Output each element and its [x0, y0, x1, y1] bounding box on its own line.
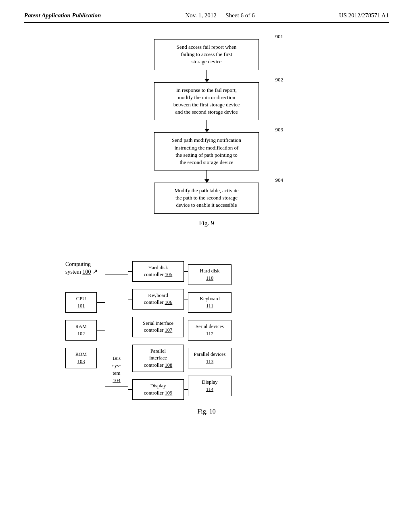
- kb-ctrl-row: Keyboardcontroller 106: [128, 289, 188, 310]
- page: Patent Application Publication Nov. 1, 2…: [0, 0, 413, 532]
- flow-arrow-3: [206, 170, 207, 183]
- ram-block: RAM 102: [65, 320, 97, 341]
- flow-step-903: Send path modifying notificationinstruct…: [154, 132, 259, 170]
- ram-row: RAM 102: [65, 320, 105, 341]
- display-block: Display114: [188, 376, 232, 396]
- flow-box-902: In response to the fail report,modify th…: [154, 82, 259, 121]
- keyboard-block: Keyboard111: [188, 292, 232, 313]
- parallel-ctrl-block: Parallelinterfacecontroller 108: [132, 345, 184, 372]
- computing-label: Computing: [65, 261, 91, 267]
- hdd-ctrl-left-conn: [128, 271, 132, 272]
- system-id: system 100: [65, 269, 91, 275]
- display-ctrl-label: Displaycontroller 109: [137, 382, 179, 397]
- rom-row: ROM 103: [65, 348, 105, 368]
- cpu-block: CPU 101: [65, 292, 97, 313]
- kb-ctrl-block: Keyboardcontroller 106: [132, 289, 184, 310]
- flow-step-904: Modify the path table, activatethe path …: [154, 183, 259, 214]
- display-ctrl-right-conn: [184, 389, 188, 390]
- kb-ctrl-right-conn: [184, 299, 188, 299]
- fig9-flowchart: Send access fail report whenfailing to a…: [154, 39, 259, 214]
- kb-ctrl-label: Keyboardcontroller 106: [137, 292, 179, 306]
- parallel-ctrl-right-conn: [184, 358, 188, 358]
- flow-arrow-1: [206, 70, 207, 82]
- parallel-ctrl-left-conn: [128, 358, 132, 358]
- serial-ctrl-row: Serial interfacecontroller 107: [128, 317, 188, 337]
- fig9-container: Send access fail report whenfailing to a…: [24, 39, 389, 239]
- fig10-diagram: CPU 101 RAM 102 ROM: [65, 261, 348, 400]
- cpu-id: 101: [70, 303, 92, 310]
- ram-id: 102: [70, 330, 92, 338]
- left-column: CPU 101 RAM 102 ROM: [65, 292, 105, 368]
- flow-label-904: 904: [275, 177, 284, 183]
- right-column: Hard disk110 Keyboard111 Serial devices1…: [188, 264, 232, 396]
- fig10-system-label: Computing system 100 ↗: [65, 261, 98, 275]
- header-patent-number: US 2012/278571 A1: [339, 12, 389, 19]
- flow-box-903: Send path modifying notificationinstruct…: [154, 132, 259, 170]
- system-number: 100: [82, 269, 91, 275]
- display-ctrl-left-conn: [128, 389, 132, 390]
- header-publication-label: Patent Application Publication: [24, 12, 101, 19]
- hdd-ctrl-label: Hard diskcontroller 105: [137, 264, 179, 278]
- parallel-devices-label: Parallel devices113: [192, 351, 227, 365]
- flow-arrow-2: [206, 120, 207, 132]
- serial-ctrl-label: Serial interfacecontroller 107: [137, 320, 179, 334]
- flow-text-903: Send path modifying notificationinstruct…: [172, 137, 241, 165]
- flow-box-904: Modify the path table, activatethe path …: [154, 183, 259, 214]
- fig10-caption: Fig. 10: [65, 408, 348, 415]
- cpu-row: CPU 101: [65, 292, 105, 313]
- flow-label-902: 902: [275, 77, 284, 83]
- serial-devices-label: Serial devices112: [192, 323, 227, 337]
- serial-ctrl-block: Serial interfacecontroller 107: [132, 317, 184, 337]
- hdd-label: Hard disk110: [192, 268, 227, 282]
- page-header: Patent Application Publication Nov. 1, 2…: [24, 12, 389, 23]
- rom-label: ROM: [70, 351, 92, 358]
- flow-label-901: 901: [275, 33, 284, 40]
- header-date: Nov. 1, 2012: [186, 12, 217, 19]
- hdd-block: Hard disk110: [188, 264, 232, 285]
- header-date-sheet: Nov. 1, 2012 Sheet 6 of 6: [186, 12, 255, 19]
- fig9-caption: Fig. 9: [199, 220, 214, 227]
- display-label: Display114: [192, 379, 227, 393]
- serial-devices-block: Serial devices112: [188, 320, 232, 341]
- bus-column: Bussys-tem 104: [105, 274, 128, 387]
- flow-text-901: Send access fail report whenfailing to a…: [177, 44, 237, 64]
- kb-ctrl-left-conn: [128, 299, 132, 299]
- cpu-label: CPU: [70, 295, 92, 303]
- parallel-ctrl-label: Parallelinterfacecontroller 108: [137, 348, 179, 369]
- serial-ctrl-right-conn: [184, 327, 188, 327]
- hdd-ctrl-right-conn: [184, 271, 188, 272]
- parallel-devices-block: Parallel devices113: [188, 348, 232, 368]
- ram-connector: [97, 330, 105, 330]
- rom-connector: [97, 358, 105, 358]
- rom-block: ROM 103: [65, 348, 97, 368]
- display-ctrl-row: Displaycontroller 109: [128, 379, 188, 400]
- rom-id: 103: [70, 358, 92, 366]
- flow-step-901: Send access fail report whenfailing to a…: [154, 39, 259, 70]
- display-ctrl-block: Displaycontroller 109: [132, 379, 184, 400]
- flow-step-902: In response to the fail report,modify th…: [154, 82, 259, 121]
- serial-ctrl-left-conn: [128, 327, 132, 327]
- cpu-connector: [97, 302, 105, 303]
- ram-label: RAM: [70, 323, 92, 330]
- flow-box-901: Send access fail report whenfailing to a…: [154, 39, 259, 70]
- bus-block: Bussys-tem 104: [105, 274, 128, 387]
- flow-text-904: Modify the path table, activatethe path …: [174, 187, 238, 208]
- hdd-ctrl-block: Hard diskcontroller 105: [132, 261, 184, 282]
- system-arrow: ↗: [92, 268, 98, 275]
- hdd-ctrl-row: Hard diskcontroller 105: [128, 261, 188, 282]
- keyboard-label: Keyboard111: [192, 295, 227, 310]
- flow-text-902: In response to the fail report,modify th…: [173, 87, 240, 115]
- bus-label: Bussys-tem: [113, 355, 121, 377]
- fig10-container: Computing system 100 ↗ CPU 101 RAM: [65, 261, 348, 416]
- bus-id: 104: [113, 377, 121, 384]
- parallel-ctrl-row: Parallelinterfacecontroller 108: [128, 345, 188, 372]
- middle-column: Hard diskcontroller 105 Keyboardcontroll…: [128, 261, 188, 400]
- flow-label-903: 903: [275, 127, 284, 133]
- header-sheet: Sheet 6 of 6: [225, 12, 254, 19]
